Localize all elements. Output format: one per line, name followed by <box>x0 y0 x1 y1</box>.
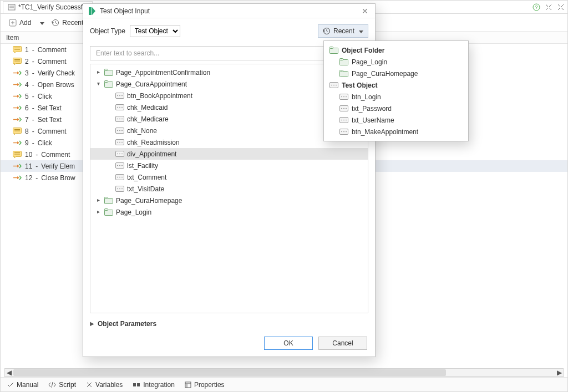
step-label: Close Brow <box>41 174 75 182</box>
step-number: 5 <box>25 93 29 100</box>
tab-properties[interactable]: Properties <box>182 379 227 390</box>
testcase-icon <box>8 3 16 11</box>
recent-section-header: Test Object <box>324 79 468 91</box>
step-number: 7 <box>25 116 29 124</box>
object-parameters-label[interactable]: Object Parameters <box>98 320 156 328</box>
integration-icon <box>133 381 140 388</box>
svg-rect-85 <box>340 70 343 72</box>
step-label: Comment <box>41 151 70 159</box>
svg-rect-34 <box>89 7 92 15</box>
tree-object[interactable]: div_Appointment <box>90 148 368 160</box>
tree-label: btn_BookAppointment <box>127 92 192 100</box>
recent-button[interactable]: Recent <box>318 24 368 38</box>
tree-label: Page_CuraAppointment <box>116 80 187 88</box>
step-sep: - <box>32 116 34 124</box>
step-number: 9 <box>25 139 29 147</box>
recent-item[interactable]: txt_UserName <box>324 114 468 126</box>
add-button[interactable]: Add <box>5 17 35 29</box>
ok-button[interactable]: OK <box>264 337 313 350</box>
expand-arrow-icon[interactable]: ▾ <box>95 80 102 86</box>
expand-icon[interactable] <box>556 3 565 12</box>
recent-button-toolbar[interactable]: Recent <box>48 17 87 29</box>
svg-point-93 <box>346 96 347 98</box>
tree-folder[interactable]: ▸Page_CuraHomepage <box>90 195 368 206</box>
tree-label: chk_Medicare <box>127 115 169 123</box>
help-icon[interactable]: ? <box>532 3 541 12</box>
svg-rect-81 <box>330 47 333 49</box>
svg-point-63 <box>121 154 123 155</box>
scroll-right-icon[interactable]: ▶ <box>555 368 564 377</box>
step-label: Comment <box>38 128 67 135</box>
recent-icon <box>52 19 59 27</box>
tab-script[interactable]: Script <box>46 379 78 390</box>
scroll-left-icon[interactable]: ◀ <box>4 368 13 377</box>
recent-item[interactable]: btn_MakeAppointment <box>324 126 468 138</box>
object-type-label: Object Type <box>90 27 125 35</box>
recent-item-label: btn_MakeAppointment <box>352 128 418 136</box>
svg-rect-39 <box>105 81 108 83</box>
tab-manual[interactable]: Manual <box>5 379 40 390</box>
step-label: Verify Elem <box>41 162 75 170</box>
step-sep: - <box>32 58 34 65</box>
recent-item-label: txt_Password <box>352 105 392 113</box>
svg-point-50 <box>119 119 120 120</box>
tab-variables[interactable]: Variables <box>84 379 125 390</box>
recent-item[interactable]: Page_Login <box>324 56 468 68</box>
recent-item[interactable]: txt_Password <box>324 103 468 114</box>
expand-arrow-icon[interactable]: ▸ <box>95 197 102 203</box>
svg-rect-83 <box>340 59 343 60</box>
variables-icon <box>86 381 93 388</box>
recent-section-header: Object Folder <box>324 44 468 56</box>
tree-label: chk_Readmission <box>127 139 180 146</box>
tree-object[interactable]: lst_Facility <box>90 160 368 171</box>
tree-folder[interactable]: ▸Page_Login <box>90 206 368 218</box>
svg-point-54 <box>119 130 120 131</box>
expand-arrow-icon[interactable]: ▸ <box>95 208 102 215</box>
step-number: 3 <box>25 69 29 77</box>
chevron-down-icon <box>357 27 363 35</box>
collapse-icon[interactable] <box>544 3 553 12</box>
svg-point-57 <box>117 142 118 143</box>
svg-point-105 <box>346 131 347 133</box>
step-number: 12 <box>25 174 32 182</box>
svg-point-43 <box>121 95 123 96</box>
svg-rect-30 <box>137 383 140 386</box>
svg-point-42 <box>119 95 120 96</box>
expand-arrow-icon[interactable]: ▸ <box>95 69 102 75</box>
svg-point-61 <box>117 154 118 155</box>
horizontal-scrollbar[interactable]: ◀ ▶ <box>4 368 564 377</box>
svg-point-75 <box>121 189 123 190</box>
add-dropdown-caret[interactable] <box>38 19 44 27</box>
section-title: Object Folder <box>342 47 384 54</box>
tree-label: chk_Medicaid <box>127 104 168 111</box>
tab-integration[interactable]: Integration <box>130 379 177 390</box>
svg-point-100 <box>343 120 344 121</box>
step-label: Click <box>38 139 52 147</box>
recent-item-label: Page_Login <box>352 58 387 66</box>
svg-point-96 <box>343 108 344 109</box>
scroll-thumb[interactable] <box>13 369 446 376</box>
step-label: Click <box>38 93 52 100</box>
svg-point-99 <box>341 120 342 121</box>
close-icon[interactable]: ✕ <box>359 7 371 16</box>
svg-point-65 <box>117 165 118 166</box>
step-sep: - <box>32 139 34 147</box>
step-label: Set Text <box>38 116 62 124</box>
svg-point-74 <box>119 189 120 190</box>
editor-tab[interactable]: *TC1_Verify Successful <box>3 1 93 13</box>
properties-icon <box>185 381 191 388</box>
cancel-button[interactable]: Cancel <box>318 337 367 350</box>
recent-item[interactable]: btn_Login <box>324 91 468 103</box>
step-sep: - <box>36 151 38 159</box>
svg-rect-29 <box>133 383 136 386</box>
tree-object[interactable]: txt_VisitDate <box>90 183 368 195</box>
step-label: Set Text <box>38 104 62 112</box>
tree-object[interactable]: txt_Comment <box>90 171 368 183</box>
recent-item-label: btn_Login <box>352 93 381 101</box>
chevron-right-icon[interactable]: ▶ <box>90 320 94 327</box>
svg-point-41 <box>117 95 118 96</box>
object-type-select[interactable]: Test Object <box>130 25 180 37</box>
step-sep: - <box>32 69 34 77</box>
recent-item[interactable]: Page_CuraHomepage <box>324 68 468 79</box>
svg-rect-37 <box>105 69 108 71</box>
